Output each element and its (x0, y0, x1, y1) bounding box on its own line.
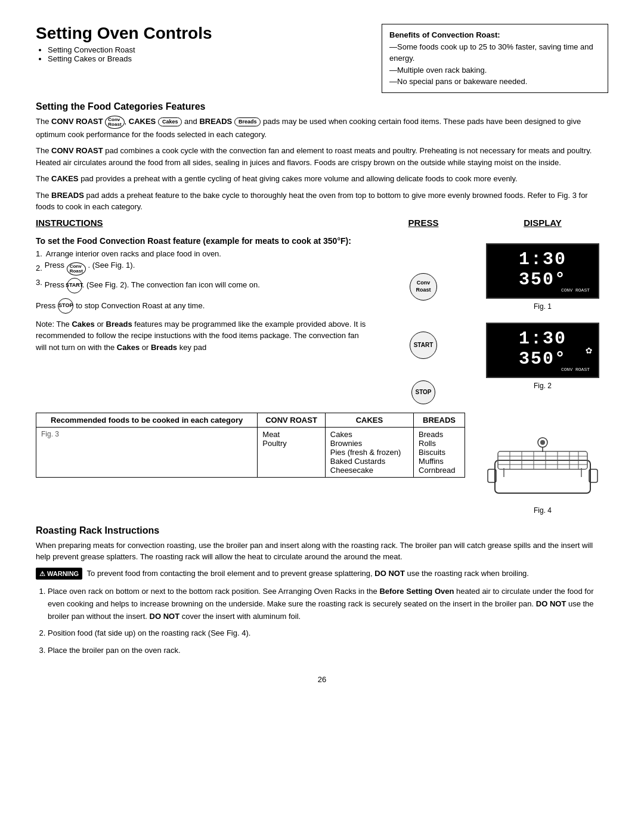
instructions-header: INSTRUCTIONS (36, 218, 370, 231)
stop-button-area: STOP (411, 380, 435, 404)
instructions-section: INSTRUCTIONS To set the Food Convection … (36, 218, 608, 404)
stop-badge: STOP (58, 298, 73, 314)
top-section: Setting Oven Controls Setting Convection… (36, 24, 608, 93)
roasting-step-3: Place the broiler pan on the oven rack. (48, 645, 608, 657)
cakes-badge: Cakes (158, 117, 182, 126)
col1-header: Recommended foods to be cooked in each c… (36, 413, 258, 427)
display-col: DISPLAY 1:30 350° CONV ROAST Fig. 1 1:30… (477, 218, 608, 404)
stop-note: Press STOP to stop Convection Roast at a… (36, 298, 370, 314)
benefit-3: —No special pans or bakeware needed. (389, 77, 527, 86)
display-header: DISPLAY (477, 218, 608, 231)
display-1: 1:30 350° CONV ROAST (486, 243, 599, 299)
intro-para: The CONV ROAST ConvRoast, CAKES Cakes an… (36, 116, 608, 141)
stop-button[interactable]: STOP (411, 380, 435, 404)
cakes-foods: Cakes Brownies Pies (fresh & frozen) Bak… (325, 427, 413, 477)
conv-roast-badge: ConvRoast (105, 116, 124, 129)
col4-header: BREADS (414, 413, 465, 427)
para-conv-roast: The CONV ROAST pad combines a cook cycle… (36, 145, 608, 168)
warning-para: ⚠ WARNING To prevent food from contactin… (36, 568, 608, 580)
svg-point-17 (540, 440, 545, 445)
benefits-title: Benefits of Convection Roast: (389, 30, 500, 39)
cakes-breads-note: Note: The Cakes or Breads features may b… (36, 318, 370, 354)
conv-roast-button[interactable]: ConvRoast (410, 273, 437, 301)
fig1-label: Fig. 1 (486, 302, 599, 311)
conv-roast-foods: Meat Poultry (258, 427, 325, 477)
para-cakes: The CAKES pad provides a preheat with a … (36, 173, 608, 185)
example-heading: To set the Food Convection Roast feature… (36, 236, 370, 246)
step-2: 2. Press ConvRoast . (See Fig. 1). (36, 261, 370, 275)
page-title: Setting Oven Controls (36, 24, 370, 43)
roasting-section: Roasting Rack Instructions When preparin… (36, 525, 608, 657)
start-button[interactable]: START (410, 332, 437, 359)
step-1: 1.Arrange interior oven racks and place … (36, 249, 370, 258)
page-number: 26 (36, 675, 608, 684)
features-heading: Setting the Food Categories Features (36, 101, 608, 112)
col2-header: CONV ROAST (258, 413, 325, 427)
benefits-box: Benefits of Convection Roast: —Some food… (382, 24, 608, 93)
fan-icon: ✿ (586, 343, 593, 357)
roasting-heading: Roasting Rack Instructions (36, 525, 608, 536)
top-left: Setting Oven Controls Setting Convection… (36, 24, 370, 93)
subtitle-list: Setting Convection Roast Setting Cakes o… (36, 45, 370, 63)
benefit-2: —Multiple oven rack baking. (389, 66, 487, 75)
bottom-section: Recommended foods to be cooked in each c… (36, 413, 608, 515)
start-badge: START (67, 278, 82, 293)
fig4-label: Fig. 4 (477, 506, 608, 515)
conv-roast-step-badge: ConvRoast (67, 262, 86, 275)
warning-label: ⚠ WARNING (36, 568, 82, 580)
table-row: Fig. 3 Meat Poultry Cakes Brownies Pies … (36, 427, 465, 477)
subtitle-item-1: Setting Convection Roast (48, 45, 370, 54)
col3-header: CAKES (325, 413, 413, 427)
step-3: 3. Press START. (See Fig. 2). The convec… (36, 278, 370, 293)
fig4-area: Fig. 4 (477, 413, 608, 515)
press-col: PRESS ConvRoast START STOP (376, 218, 471, 404)
table-area: Recommended foods to be cooked in each c… (36, 413, 465, 515)
roasting-step-2: Position food (fat side up) on the roast… (48, 627, 608, 640)
para-breads: The BREADS pad adds a preheat feature to… (36, 190, 608, 213)
roasting-step-1: Place oven rack on bottom or next to the… (48, 586, 608, 623)
display-2: 1:30 350° ✿ CONV ROAST (486, 323, 599, 378)
benefit-1: —Some foods cook up to 25 to 30% faster,… (389, 42, 593, 63)
roasting-para: When preparing meats for convection roas… (36, 540, 608, 563)
press-header: PRESS (376, 218, 471, 231)
fig2-label: Fig. 2 (486, 382, 599, 390)
display-items: 1:30 350° CONV ROAST Fig. 1 1:30 350° ✿ … (477, 237, 608, 390)
instructions-col: INSTRUCTIONS To set the Food Convection … (36, 218, 370, 404)
roasting-steps: Place oven rack on bottom or next to the… (36, 586, 608, 657)
fig3-cell: Fig. 3 (36, 427, 258, 477)
rack-figure (477, 419, 608, 504)
breads-badge: Breads (234, 117, 261, 126)
svg-rect-0 (495, 460, 590, 493)
start-button-area: START (410, 332, 437, 359)
breads-foods: Breads Rolls Biscuits Muffins Cornbread (414, 427, 465, 477)
press-items: ConvRoast START STOP (376, 249, 471, 404)
rack-svg (483, 419, 602, 502)
subtitle-item-2: Setting Cakes or Breads (48, 54, 370, 63)
food-table: Recommended foods to be cooked in each c… (36, 413, 465, 478)
